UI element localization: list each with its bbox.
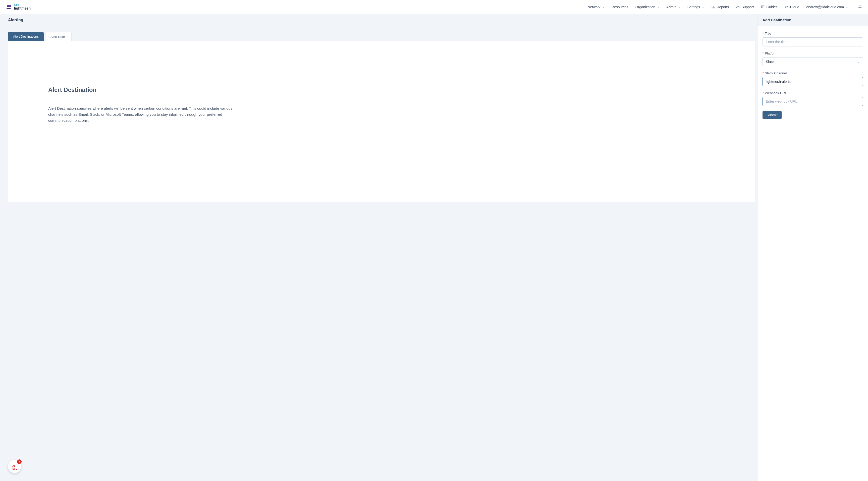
nav-resources-label: Resources [612, 5, 628, 9]
nav-admin[interactable]: Admin ⌄ [666, 5, 680, 9]
help-fab-badge: 7 [17, 459, 22, 464]
page-title: Alerting [8, 18, 23, 22]
top-nav: Network ⌄ Resources Organization ⌄ Admin… [587, 4, 862, 9]
content-heading: Alert Destination [48, 86, 715, 93]
webhook-input[interactable] [763, 97, 863, 106]
channel-label: *Slack Channel [763, 71, 863, 75]
headset-icon [736, 5, 740, 9]
svg-rect-0 [7, 5, 11, 6]
logo[interactable]: tidal lightmesh [6, 4, 31, 10]
logo-tidal: tidal [14, 4, 31, 6]
nav-support[interactable]: Support [736, 5, 754, 9]
tab-alert-rules-label: Alert Rules [51, 35, 67, 39]
platform-label-text: Platform [765, 52, 777, 55]
platform-value: Slack [766, 60, 774, 64]
chevron-down-icon: ⌄ [602, 5, 604, 8]
nav-resources[interactable]: Resources [612, 5, 628, 9]
tabs: Alert Destinations Alert Rules [8, 32, 755, 41]
nav-cloud-label: Cloud [790, 5, 800, 9]
title-label-text: Title [765, 32, 771, 35]
nav-guides[interactable]: Guides [761, 5, 777, 9]
chevron-down-icon: ⌄ [702, 5, 704, 8]
nav-guides-label: Guides [766, 5, 777, 9]
chevron-down-icon: ⌄ [678, 5, 680, 8]
help-fab[interactable]: g 7 [8, 460, 21, 473]
right-sidebar: Add Destination *Title *Platform Slack ⌄… [757, 14, 868, 481]
nav-admin-label: Admin [666, 5, 676, 9]
nav-user-menu[interactable]: andrew@tidalcloud.com ⌄ [806, 5, 848, 9]
logo-lightmesh: lightmesh [14, 6, 31, 10]
content-card: Alert Destination Alert Destination spec… [8, 41, 755, 202]
submit-button[interactable]: Submit [763, 111, 782, 119]
svg-rect-4 [713, 6, 714, 8]
bell-icon[interactable] [858, 4, 862, 9]
title-input[interactable] [763, 37, 863, 46]
tab-alert-destinations-label: Alert Destinations [13, 35, 39, 38]
svg-rect-7 [739, 7, 740, 8]
cloud-icon [785, 5, 788, 9]
nav-user-label: andrew@tidalcloud.com [806, 5, 844, 9]
nav-network[interactable]: Network ⌄ [587, 5, 604, 9]
nav-network-label: Network [587, 5, 600, 9]
title-label: *Title [763, 32, 863, 35]
add-destination-form: *Title *Platform Slack ⌄ *Slack Channel … [757, 26, 868, 125]
nav-settings-label: Settings [687, 5, 700, 9]
svg-rect-3 [712, 7, 713, 8]
sidebar-header: Add Destination [757, 14, 868, 26]
nav-support-label: Support [741, 5, 754, 9]
chevron-down-icon: ⌄ [657, 5, 659, 8]
svg-rect-6 [736, 7, 737, 8]
book-icon [761, 5, 765, 9]
webhook-label-text: Webhook URL [765, 91, 787, 95]
submit-button-label: Submit [767, 113, 778, 117]
help-fab-icon: g [12, 463, 17, 470]
top-header: tidal lightmesh Network ⌄ Resources Orga… [0, 0, 868, 14]
page-header: Alerting [0, 14, 757, 26]
nav-settings[interactable]: Settings ⌄ [687, 5, 704, 9]
svg-rect-5 [714, 7, 715, 8]
chevron-down-icon: ⌄ [858, 60, 860, 64]
svg-rect-1 [7, 6, 11, 7]
nav-organization[interactable]: Organization ⌄ [636, 5, 659, 9]
nav-organization-label: Organization [636, 5, 655, 9]
tab-alert-rules[interactable]: Alert Rules [45, 32, 72, 41]
svg-rect-2 [6, 8, 11, 9]
webhook-label: *Webhook URL [763, 91, 863, 95]
chevron-down-icon: ⌄ [846, 5, 848, 8]
content-body: Alert Destination specifies where alerts… [48, 105, 234, 124]
nav-cloud[interactable]: Cloud [785, 5, 800, 9]
platform-label: *Platform [763, 52, 863, 55]
logo-icon [6, 4, 12, 10]
channel-label-text: Slack Channel [765, 71, 786, 75]
logo-text: tidal lightmesh [14, 4, 31, 10]
sidebar-title: Add Destination [763, 18, 792, 22]
tab-alert-destinations[interactable]: Alert Destinations [8, 32, 44, 41]
channel-input[interactable] [763, 77, 863, 86]
nav-reports-label: Reports [717, 5, 729, 9]
nav-reports[interactable]: Reports [711, 5, 729, 9]
platform-select[interactable]: Slack ⌄ [763, 57, 863, 66]
bar-chart-icon [711, 5, 715, 9]
